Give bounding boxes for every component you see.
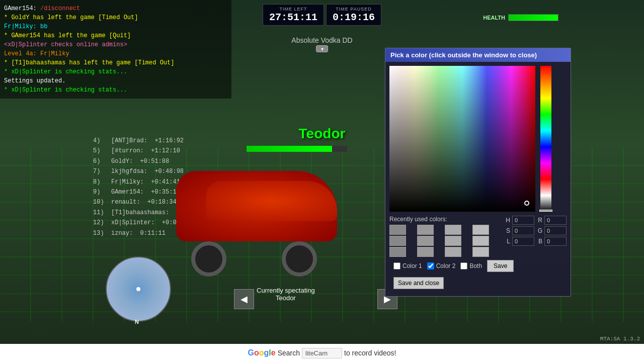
minimap-player-dot [136, 287, 140, 291]
color-swatch[interactable] [445, 247, 461, 257]
color2-checkbox[interactable] [427, 262, 434, 269]
recent-colors-section: Recently used colors: [389, 216, 499, 257]
color2-label: Color 2 [436, 262, 456, 269]
color1-checkbox-group: Color 1 [393, 262, 422, 269]
color-swatch[interactable] [389, 225, 406, 235]
save-button[interactable]: Save [487, 260, 514, 272]
score-item: 4) [ANT]Brad: +1:16:92 [93, 136, 205, 146]
time-paused-box: TIME PAUSED 0:19:16 [326, 4, 381, 26]
dialog-title: Pick a color (click outside the window t… [385, 48, 571, 62]
search-label: Search [278, 349, 300, 357]
s-label: S [504, 227, 510, 234]
spectating-text: Currently spectating Teodor [257, 287, 315, 302]
bottom-bar: Google Search to record videos! [0, 344, 644, 362]
chat-line: Level 4a: Fr|Milky [4, 49, 227, 58]
recent-label: Recently used colors: [389, 216, 499, 223]
google-logo: Google [248, 348, 275, 357]
chat-line: * xD|Splinter is checking stats... [4, 67, 227, 76]
color-controls-row: Recently used colors: [389, 216, 567, 257]
mta-version: MTA:SA 1.3.2 [600, 336, 640, 342]
color-gradient-area[interactable] [389, 66, 535, 212]
h-input[interactable] [512, 216, 534, 225]
health-bar-background [508, 14, 558, 21]
health-label: HEALTH [483, 15, 505, 21]
minimap-north-label: N [135, 319, 139, 325]
hsl-rgb-inputs: H R S G L B [504, 216, 567, 246]
b-label: B [536, 238, 542, 245]
gradient-canvas[interactable] [389, 66, 535, 212]
color-swatches [389, 225, 499, 257]
car-hood [206, 181, 337, 221]
chat-line: Settings updated. [4, 76, 227, 85]
s-input-row: S G [504, 226, 567, 235]
r-input[interactable] [544, 216, 567, 225]
r-label: R [536, 217, 542, 224]
b-input[interactable] [544, 237, 567, 246]
chat-panel: GAmer154: /disconnect * GoldY has left t… [0, 0, 231, 99]
time-left-value: 27:51:11 [269, 12, 317, 23]
chat-line: * GoldY has left the game [Timed Out] [4, 13, 227, 22]
player-name: Teodor [299, 126, 346, 142]
time-left-box: TIME LEFT 27:51:11 [263, 4, 324, 26]
both-label: Both [469, 262, 482, 269]
color-swatch[interactable] [472, 225, 489, 235]
car-area [176, 151, 352, 277]
color-swatch[interactable] [472, 247, 489, 257]
save-close-button[interactable]: Save and close [393, 277, 444, 289]
chat-line: <xD|Splinter checks online admins> [4, 40, 227, 49]
time-paused-value: 0:19:16 [333, 12, 375, 23]
color1-label: Color 1 [403, 262, 422, 269]
color-swatch[interactable] [445, 225, 461, 235]
color-swatch[interactable] [417, 225, 434, 235]
color-swatch[interactable] [445, 236, 461, 246]
minimap [106, 256, 171, 322]
time-left-label: TIME LEFT [269, 7, 317, 12]
car-wheel-right [282, 241, 317, 277]
dropdown-arrow[interactable]: ▾ [316, 45, 328, 52]
chat-line: * GAmer154 has left the game [Quit] [4, 31, 227, 40]
l-input[interactable] [512, 237, 534, 246]
dialog-body: Recently used colors: [385, 62, 571, 296]
both-checkbox[interactable] [460, 262, 467, 269]
gradient-cursor [524, 201, 529, 206]
color-swatch[interactable] [417, 236, 434, 246]
nav-arrow-left[interactable]: ◀ [234, 289, 254, 309]
color-swatch[interactable] [472, 236, 489, 246]
search-input[interactable] [302, 348, 342, 358]
chat-line: * [T1]bahaashamas has left the game [Tim… [4, 58, 227, 67]
color2-checkbox-group: Color 2 [427, 262, 456, 269]
s-input[interactable] [512, 226, 534, 235]
car-body [176, 171, 337, 241]
color-swatch[interactable] [389, 247, 406, 257]
color-picker-dialog[interactable]: Pick a color (click outside the window t… [385, 48, 571, 297]
dialog-footer: Color 1 Color 2 Both Save Save and close [389, 257, 567, 292]
hue-cursor [539, 210, 552, 212]
color-swatch[interactable] [417, 247, 434, 257]
g-input[interactable] [544, 226, 567, 235]
h-label: H [504, 217, 510, 224]
l-input-row: L B [504, 237, 567, 246]
chat-line: * xD|Splinter is checking stats... [4, 85, 227, 95]
suffix-text: to record videos! [344, 349, 396, 357]
health-bar-fill [509, 15, 558, 21]
color1-checkbox[interactable] [393, 262, 400, 269]
chat-line: Fr|Milky: bb [4, 22, 227, 31]
chat-line: GAmer154: /disconnect [4, 4, 227, 13]
top-hud: TIME LEFT 27:51:11 TIME PAUSED 0:19:16 [263, 4, 381, 26]
time-paused-label: TIME PAUSED [333, 7, 375, 12]
color-swatch[interactable] [389, 236, 406, 246]
l-label: L [504, 238, 510, 245]
server-name: Absolute Vodka DD [291, 36, 352, 44]
hue-slider[interactable] [540, 66, 551, 212]
car-wheel-left [191, 241, 226, 277]
both-checkbox-group: Both [460, 262, 482, 269]
health-bar-container: HEALTH [483, 14, 558, 21]
h-input-row: H R [504, 216, 567, 225]
g-label: G [536, 227, 542, 234]
